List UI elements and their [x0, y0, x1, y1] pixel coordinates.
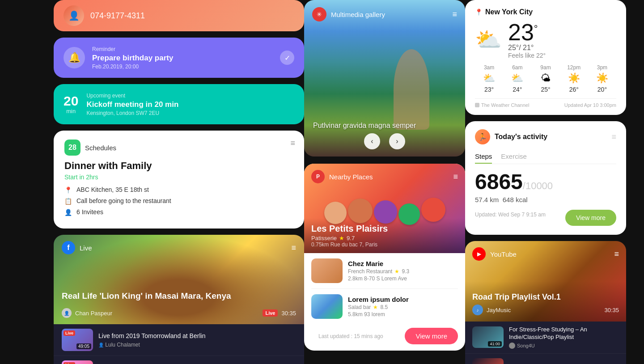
schedule-header: 28 Schedules [64, 140, 293, 156]
fb-label: Live [80, 244, 287, 252]
youtube-icon: ▶ [472, 247, 486, 261]
fb-thumb-2: Live [62, 360, 93, 364]
reminder-icon-wrap: 🔔 [64, 47, 85, 68]
weather-hour-label-3: 12pm [560, 64, 588, 71]
schedule-card: 28 Schedules ≡ Dinner with Family Start … [54, 131, 304, 229]
schedule-note-text: Call before going to the restaurant [76, 197, 171, 204]
yt-list-title-1: For Stress-Free Studying – An Indie/Clas… [509, 326, 619, 341]
fb-list-item[interactable]: Live 49:05 Live from 2019 Tomorrowland a… [54, 324, 304, 356]
nearby-item-name-1: Chez Marie [348, 260, 458, 267]
weather-hour-0: 3am ⛅ 23° [475, 64, 503, 93]
nearby-menu-button[interactable]: ≡ [453, 172, 458, 182]
weather-location: 📍 New York City [475, 8, 616, 16]
yt-thumb-dur-1: 41:00 [488, 341, 502, 347]
nearby-header: P Nearby Places ≡ [304, 164, 465, 190]
weather-main: ⛅ 23° 25°/ 21° Feels like 22° [475, 21, 616, 59]
fb-video-meta: 👤 Chan Paspeur Live 30:35 [62, 308, 296, 318]
fb-live-badge-1: Live [64, 330, 75, 336]
gallery-next-button[interactable]: › [389, 133, 405, 149]
weather-hour-2: 9am 🌤 25° [531, 64, 559, 93]
reminder-check[interactable]: ✓ [280, 51, 294, 65]
nearby-item-content-1: Chez Marie French Restaurant ★ 9.3 2.8km… [348, 260, 458, 282]
weather-hour-icon-1: ⛅ [503, 72, 531, 84]
activity-steps-display: 6865/10000 [475, 169, 616, 194]
yt-video-info: Road Trip Playlist Vol.1 ♪ JayMusic 30:3… [472, 292, 619, 315]
nearby-item-1[interactable]: Chez Marie French Restaurant ★ 9.3 2.8km… [311, 253, 458, 289]
fb-list: Live 49:05 Live from 2019 Tomorrowland a… [54, 324, 304, 364]
schedule-menu-button[interactable]: ≡ [290, 139, 295, 148]
gallery-menu-button[interactable]: ≡ [452, 10, 457, 19]
fb-author-icon-1: 👤 [98, 343, 104, 347]
weather-range: 25°/ 21° [508, 44, 546, 52]
activity-card: 🏃 Today's activity ≡ Steps Exercise 6865… [465, 121, 626, 235]
yt-main-title: Road Trip Playlist Vol.1 [472, 292, 619, 302]
gallery-header: ✳ Multimedia gallery ≡ [304, 0, 465, 29]
weather-card: 📍 New York City ⛅ 23° 25°/ 21° Feels lik… [465, 0, 626, 115]
nearby-item-img-2 [311, 294, 343, 319]
yt-channel-small-icon-1 [509, 343, 515, 349]
nearby-icon: P [311, 170, 325, 183]
event-title: Kickoff meeting in 20 min [86, 100, 294, 109]
activity-icon: 🏃 [475, 129, 490, 144]
gallery-caption: Putlvinar gravida magna semper [313, 122, 416, 130]
nearby-item-meta-1: French Restaurant ★ 9.3 [348, 268, 458, 275]
fb-list-title-1: Live from 2019 Tomorrowland at Berlin [98, 332, 296, 340]
nearby-item-rating-1: 9.3 [402, 268, 409, 275]
tab-exercise[interactable]: Exercise [501, 150, 527, 164]
bell-icon: 🔔 [68, 52, 80, 63]
phone-card: 👤 074-9177-4311 [54, 0, 304, 31]
gallery-label: Multimedia gallery [331, 11, 448, 18]
reminder-card: 🔔 Reminder Prepare birthday party Feb.20… [54, 38, 304, 78]
nearby-item-name-2: Lorem ipsum dolor [348, 296, 458, 303]
nearby-item-2[interactable]: Lorem ipsum dolor Salad bar ★ 8.5 5.8km … [311, 289, 458, 324]
yt-menu-button[interactable]: ≡ [614, 250, 619, 259]
event-time-num: 20 [64, 94, 78, 108]
fb-list-content-1: Live from 2019 Tomorrowland at Berlin 👤 … [98, 332, 296, 347]
yt-channel-name: JayMusic [487, 307, 601, 313]
yt-list-item-2[interactable]: Best Love Songs in 80's and [465, 354, 626, 364]
fb-menu-button[interactable]: ≡ [291, 243, 296, 253]
nearby-item-type-2: Salad bar [348, 304, 371, 310]
weather-source: The Weather Channel [475, 102, 529, 108]
weather-hour-label-4: 3pm [588, 64, 616, 71]
reminder-label: Reminder [92, 46, 273, 52]
schedule-invitees: 👤 6 Invitees [64, 208, 293, 216]
yt-thumb-1: 41:00 [472, 326, 504, 348]
event-label: Upcoming event [86, 93, 294, 99]
nearby-item-meta-2: Salad bar ★ 8.5 [348, 304, 458, 310]
schedule-note: 📋 Call before going to the restaurant [64, 197, 293, 205]
people-icon: 👤 [64, 209, 72, 216]
facebook-icon: f [62, 241, 75, 254]
weather-hour-temp-1: 24° [503, 86, 531, 93]
weather-main-icon: ⛅ [475, 27, 502, 52]
weather-hourly: 3am ⛅ 23° 6am ⛅ 24° 9am 🌤 25° 12pm ☀️ [475, 64, 616, 93]
weather-hour-icon-4: ☀️ [588, 72, 616, 84]
yt-main-video[interactable]: ▶ YouTube ≡ Road Trip Playlist Vol.1 ♪ J… [465, 241, 626, 322]
yt-thumb-2 [472, 358, 504, 364]
weather-hour-label-2: 9am [531, 64, 559, 71]
fb-list-item-2[interactable]: Live Checking off one of my bucket list:… [54, 356, 304, 364]
nearby-view-more-button[interactable]: View more [405, 328, 458, 344]
gallery-prev-button[interactable]: ‹ [364, 133, 380, 149]
fb-header: f Live ≡ [54, 235, 304, 254]
activity-menu-button[interactable]: ≡ [611, 132, 616, 142]
activity-steps-num: 6865 [475, 170, 523, 194]
nearby-item-img-1 [311, 258, 343, 283]
nearby-item-star-2: ★ [373, 304, 378, 310]
weather-hour-temp-4: 20° [588, 86, 616, 93]
weather-source-icon [475, 103, 479, 107]
schedule-start: Start in 2hrs [64, 174, 293, 181]
yt-list-item-1[interactable]: 41:00 For Stress-Free Studying – An Indi… [465, 322, 626, 354]
event-location: Kensington, London SW7 2EU [86, 110, 294, 116]
weather-updated: Updated Apr 10 3:00pm [564, 102, 616, 108]
facebook-live-card: f Live ≡ Real Life 'Lion King' in Masai … [54, 235, 304, 364]
fb-author-avatar: 👤 [62, 308, 72, 318]
tab-steps[interactable]: Steps [475, 150, 492, 164]
activity-view-more-button[interactable]: View more [565, 210, 616, 226]
phone-avatar: 👤 [64, 5, 84, 26]
fb-author-name: Chan Paspeur [75, 310, 259, 317]
reminder-content: Reminder Prepare birthday party Feb.20.2… [92, 46, 273, 70]
yt-list: 41:00 For Stress-Free Studying – An Indi… [465, 322, 626, 364]
nearby-list: Chez Marie French Restaurant ★ 9.3 2.8km… [304, 253, 465, 324]
event-time-unit: min [64, 108, 78, 114]
